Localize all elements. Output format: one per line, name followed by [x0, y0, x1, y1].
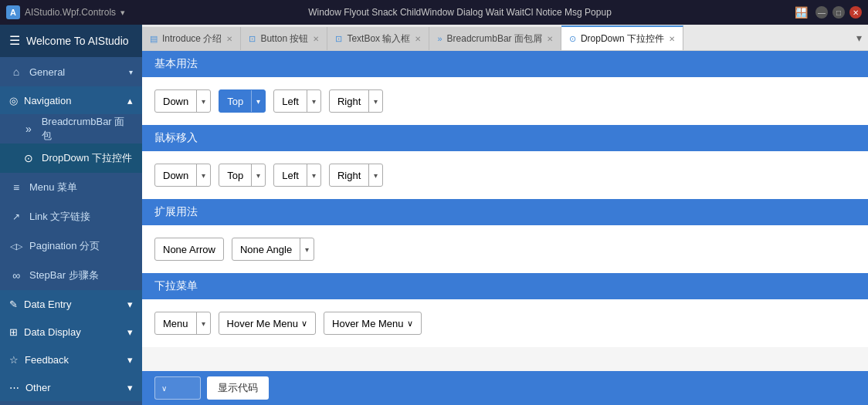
dropdown-down-hover-label: Down [155, 164, 197, 186]
tab-bar: ▤ Introduce 介绍 ✕ ⊡ Button 按钮 ✕ ⊡ TextBox… [142, 25, 868, 51]
dropdown-down-basic-label: Down [155, 90, 197, 112]
dropdown-down-hover-arrow: ▾ [197, 164, 210, 186]
tab-dropdown-icon: ⊙ [569, 34, 576, 44]
section-basic-usage-header: 基本用法 [142, 51, 868, 77]
sidebar-label-breadcrumb: BreadcrumbBar 面包 [42, 115, 133, 143]
close-button[interactable]: ✕ [849, 6, 862, 19]
dropdown-right-basic-arrow: ▾ [369, 90, 382, 112]
tab-dropdown[interactable]: ⊙ DropDown 下拉控件 ✕ [561, 25, 683, 50]
tab-dropdown-close[interactable]: ✕ [669, 35, 675, 43]
sidebar-label-feedback: Feedback [25, 354, 69, 366]
sidebar-item-stepbar[interactable]: ∞ StepBar 步骤条 [0, 261, 142, 290]
dropdown-right-hover-arrow: ▾ [369, 164, 382, 186]
arrow-icon-other: ▾ [127, 382, 133, 393]
dropdown-top-basic-arrow: ▾ [252, 90, 265, 112]
btn-menu-split-label: Menu [155, 312, 197, 334]
minimize-button[interactable]: — [815, 6, 828, 19]
sidebar-item-pagination[interactable]: ◁▷ Pagination 分页 [0, 231, 142, 261]
tab-button-icon: ⊡ [249, 34, 256, 44]
tab-breadcrumb-label: BreadcrumbBar 面包屑 [447, 32, 542, 46]
sidebar-label-dropdown: DropDown 下拉控件 [42, 151, 132, 165]
bottom-dropdown-arrow: ∨ [155, 377, 173, 399]
main-layout: ☰ Welcome To AIStudio ⌂ General ▾ ◎ Navi… [0, 25, 868, 405]
tab-breadcrumb-icon: » [437, 34, 442, 43]
sidebar-item-other[interactable]: ⋯ Other ▾ [0, 373, 142, 401]
btn-hover-me-2-arrow: ∨ [407, 319, 413, 329]
sidebar-label-general: General [29, 66, 65, 78]
btn-hover-me-2[interactable]: Hover Me Menu ∨ [324, 312, 421, 335]
sidebar-item-datadisplay[interactable]: ⊞ Data Display ▾ [0, 318, 142, 346]
dropdown-left-basic-arrow: ▾ [307, 90, 320, 112]
dropdown-right-basic[interactable]: Right ▾ [329, 89, 383, 113]
arrow-icon-dataentry: ▾ [127, 299, 133, 310]
bottom-dropdown[interactable]: ∨ [154, 376, 201, 400]
dropdown-top-hover[interactable]: Top ▾ [219, 164, 266, 187]
sidebar-item-menu[interactable]: ≡ Menu 菜单 [0, 173, 142, 202]
section-dropdown-menu-content: Menu ▾ Hover Me Menu ∨ Hover Me Menu ∨ [142, 299, 868, 347]
dropdown-top-hover-label: Top [219, 164, 252, 186]
btn-none-arrow-label: None Arrow [163, 244, 215, 255]
dropdown-down-hover[interactable]: Down ▾ [154, 164, 211, 187]
sidebar-label-datadisplay: Data Display [24, 326, 81, 338]
dropdown-left-hover-label: Left [274, 164, 307, 186]
tab-textbox[interactable]: ⊡ TextBox 输入框 ✕ [327, 27, 429, 50]
section-basic-usage-label: 基本用法 [154, 57, 198, 69]
btn-none-arrow[interactable]: None Arrow [154, 238, 224, 261]
tab-introduce-label: Introduce 介绍 [162, 32, 222, 46]
tab-breadcrumb-close[interactable]: ✕ [547, 35, 553, 43]
section-extended-header: 扩展用法 [142, 199, 868, 225]
btn-hover-me-1[interactable]: Hover Me Menu ∨ [219, 312, 316, 335]
sidebar-item-general[interactable]: ⌂ General ▾ [0, 57, 142, 86]
arrow-icon-feedback: ▾ [127, 354, 133, 366]
dropdown-none-angle-arrow: ▾ [300, 238, 314, 260]
dropdown-left-basic[interactable]: Left ▾ [273, 89, 321, 113]
sidebar-item-navigation[interactable]: ◎ Navigation ▴ [0, 86, 142, 114]
tab-button[interactable]: ⊡ Button 按钮 ✕ [241, 27, 327, 50]
tab-button-label: Button 按钮 [260, 32, 308, 46]
dropdown-left-hover[interactable]: Left ▾ [273, 164, 321, 187]
menu-icon: ≡ [9, 181, 23, 194]
btn-hover-me-1-arrow: ∨ [301, 319, 307, 329]
tab-introduce[interactable]: ▤ Introduce 介绍 ✕ [142, 27, 241, 50]
section-mouse-hover-label: 鼠标移入 [154, 131, 198, 143]
pagination-icon: ◁▷ [9, 241, 23, 251]
arrow-icon-datadisplay: ▾ [127, 326, 133, 338]
tab-textbox-label: TextBox 输入框 [347, 32, 410, 46]
sidebar-item-link[interactable]: ↗ Link 文字链接 [0, 202, 142, 231]
section-dropdown-menu-label: 下拉菜单 [154, 279, 198, 292]
sidebar-item-breadcrumb[interactable]: » BreadcrumbBar 面包 [0, 114, 142, 143]
dropdown-down-basic-arrow: ▾ [197, 90, 210, 112]
link-icon: ↗ [9, 211, 23, 222]
dropdown-down-basic[interactable]: Down ▾ [154, 89, 211, 113]
app-name: AIStudio.Wpf.Controls [25, 7, 116, 18]
dropdown-right-hover[interactable]: Right ▾ [329, 164, 383, 187]
tab-introduce-close[interactable]: ✕ [226, 35, 232, 43]
tab-overflow-chevron[interactable]: ▾ [850, 32, 868, 44]
dropdown-left-basic-label: Left [274, 90, 307, 112]
dropdown-top-basic[interactable]: Top ▾ [219, 89, 266, 113]
btn-menu-split[interactable]: Menu ▾ [154, 312, 211, 335]
tab-breadcrumb[interactable]: » BreadcrumbBar 面包屑 ✕ [429, 27, 561, 50]
bottom-bar: ∨ 显示代码 [142, 371, 868, 405]
navigation-icon: ◎ [9, 95, 18, 106]
btn-menu-split-arrow: ▾ [197, 312, 210, 334]
tab-introduce-icon: ▤ [150, 34, 158, 44]
tab-dropdown-label: DropDown 下拉控件 [581, 32, 664, 46]
home-icon: ⌂ [9, 66, 23, 78]
sidebar: ☰ Welcome To AIStudio ⌂ General ▾ ◎ Navi… [0, 25, 142, 405]
sidebar-item-feedback[interactable]: ☆ Feedback ▾ [0, 346, 142, 373]
title-bar: A AIStudio.Wpf.Controls ▾ Window Flyout … [0, 0, 868, 25]
datadisplay-icon: ⊞ [9, 326, 18, 338]
sidebar-item-dataentry[interactable]: ✎ Data Entry ▾ [0, 290, 142, 318]
tab-textbox-close[interactable]: ✕ [415, 35, 421, 43]
hamburger-icon[interactable]: ☰ [9, 33, 20, 48]
title-bar-left: A AIStudio.Wpf.Controls ▾ [6, 5, 125, 19]
dropdown-right-basic-label: Right [330, 90, 369, 112]
btn-hover-me-2-label: Hover Me Menu [332, 318, 403, 329]
show-code-button[interactable]: 显示代码 [207, 376, 269, 400]
maximize-button[interactable]: □ [832, 6, 845, 19]
dropdown-none-angle[interactable]: None Angle ▾ [232, 238, 314, 261]
sidebar-item-dropdown[interactable]: ⊙ DropDown 下拉控件 [0, 143, 142, 173]
tab-button-close[interactable]: ✕ [313, 35, 319, 43]
window-icon: 🪟 [795, 6, 808, 19]
